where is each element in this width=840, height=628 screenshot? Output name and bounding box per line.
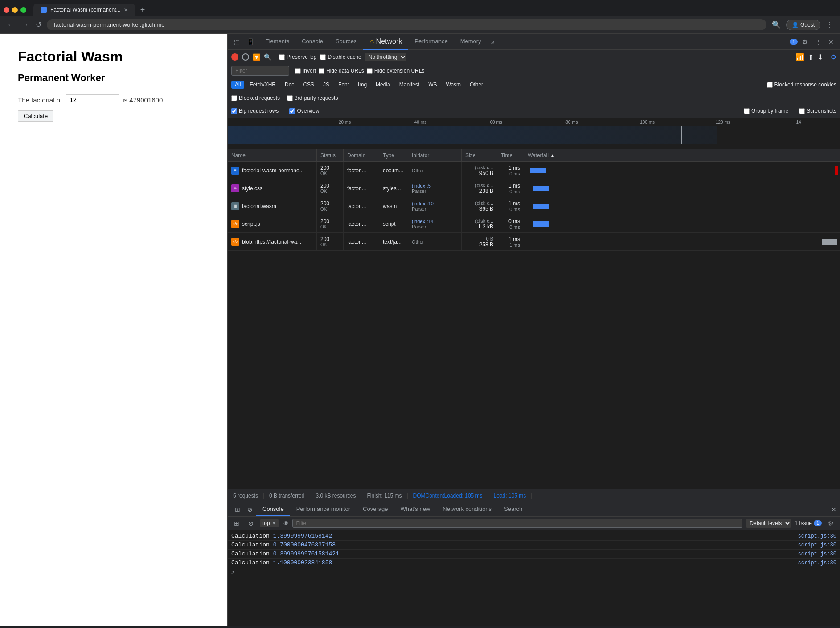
- hide-data-urls-checkbox[interactable]: [319, 68, 324, 74]
- type-filter-fetch[interactable]: Fetch/XHR: [246, 81, 279, 89]
- bottom-tab-whatsnew[interactable]: What's new: [394, 503, 436, 516]
- minimize-traffic-light[interactable]: [12, 7, 18, 13]
- clear-btn[interactable]: [242, 53, 249, 61]
- console-context-selector[interactable]: top ▼: [260, 519, 279, 527]
- devtools-more-btn[interactable]: ⋮: [812, 37, 824, 47]
- initiator-link-4[interactable]: (index):14: [412, 219, 434, 224]
- th-size[interactable]: Size: [462, 149, 497, 161]
- type-filter-font[interactable]: Font: [335, 81, 352, 89]
- big-rows-checkbox[interactable]: [231, 108, 237, 114]
- th-domain[interactable]: Domain: [344, 149, 379, 161]
- table-row[interactable]: ▦ factorial.wasm 200 OK factori... wasm …: [228, 197, 840, 215]
- table-row[interactable]: ✏ style.css 200 OK factori... styles... …: [228, 179, 840, 197]
- initiator-link-2[interactable]: (index):5: [412, 183, 431, 188]
- bottom-tab-coverage[interactable]: Coverage: [356, 503, 394, 516]
- blocked-requests-label[interactable]: Blocked requests: [231, 95, 280, 101]
- disable-cache-label[interactable]: Disable cache: [320, 54, 361, 60]
- bottom-tab-performance[interactable]: Performance monitor: [290, 503, 356, 516]
- big-rows-label[interactable]: Big request rows: [231, 108, 279, 114]
- group-by-frame-checkbox[interactable]: [744, 108, 750, 114]
- screenshots-checkbox[interactable]: [799, 108, 805, 114]
- blocked-requests-checkbox[interactable]: [231, 95, 237, 101]
- hide-ext-urls-checkbox[interactable]: [367, 68, 373, 74]
- search-icon-btn[interactable]: 🔍: [264, 53, 271, 61]
- console-link-2[interactable]: script.js:30: [798, 542, 836, 548]
- upload-icon[interactable]: ⬆: [808, 53, 814, 61]
- initiator-link-3[interactable]: (index):10: [412, 201, 434, 206]
- group-by-frame-label[interactable]: Group by frame: [744, 108, 788, 114]
- devtools-select-icon[interactable]: ⬚: [231, 37, 242, 47]
- type-filter-media[interactable]: Media: [372, 81, 394, 89]
- bottom-panel-icon[interactable]: ⊞: [231, 504, 244, 515]
- console-issues-btn[interactable]: 1 Issue 1: [795, 520, 822, 526]
- preserve-log-label[interactable]: Preserve log: [279, 54, 316, 60]
- th-time[interactable]: Time: [497, 149, 524, 161]
- blocked-cookies-label[interactable]: Blocked response cookies: [767, 82, 836, 88]
- network-table[interactable]: ≡ factorial-wasm-permane... 200 OK facto…: [228, 162, 840, 489]
- console-prompt[interactable]: >: [228, 567, 840, 578]
- wifi-icon[interactable]: 📶: [795, 53, 804, 61]
- bottom-tab-search[interactable]: Search: [498, 503, 529, 516]
- console-link-1[interactable]: script.js:30: [798, 533, 836, 539]
- hide-data-urls-label[interactable]: Hide data URLs: [319, 68, 364, 74]
- devtools-close-btn[interactable]: ✕: [826, 37, 836, 47]
- bottom-panel-clear[interactable]: ⊘: [244, 504, 256, 515]
- screenshots-label[interactable]: Screenshots: [799, 108, 836, 114]
- table-row[interactable]: </> script.js 200 OK factori... script (…: [228, 215, 840, 233]
- disable-cache-checkbox[interactable]: [320, 54, 326, 60]
- record-btn[interactable]: [231, 53, 238, 61]
- download-icon[interactable]: ⬇: [817, 53, 823, 61]
- th-type[interactable]: Type: [379, 149, 408, 161]
- tab-memory[interactable]: Memory: [454, 34, 488, 49]
- th-waterfall[interactable]: Waterfall ▲: [524, 149, 840, 161]
- overview-label[interactable]: Overview: [289, 108, 319, 114]
- th-status[interactable]: Status: [317, 149, 344, 161]
- network-settings-icon[interactable]: ⚙: [831, 53, 836, 61]
- type-filter-ws[interactable]: WS: [425, 81, 440, 89]
- more-btn[interactable]: ⋮: [824, 19, 835, 31]
- tab-network[interactable]: ⚠ Network: [363, 34, 409, 50]
- tab-elements[interactable]: Elements: [259, 34, 295, 49]
- bottom-tab-network-conditions[interactable]: Network conditions: [436, 503, 498, 516]
- third-party-label[interactable]: 3rd-party requests: [287, 95, 338, 101]
- type-filter-css[interactable]: CSS: [299, 81, 318, 89]
- address-bar[interactable]: factorial-wasm-permanent-worker.glitch.m…: [47, 19, 766, 30]
- invert-label[interactable]: Invert: [295, 68, 316, 74]
- maximize-traffic-light[interactable]: [20, 7, 26, 13]
- zoom-btn[interactable]: 🔍: [770, 19, 783, 31]
- invert-checkbox[interactable]: [295, 68, 301, 74]
- factorial-input[interactable]: [66, 94, 119, 105]
- reload-btn[interactable]: ↺: [34, 19, 43, 31]
- console-clear-icon[interactable]: ⊘: [246, 518, 256, 529]
- table-row[interactable]: </> blob:https://factorial-wa... 200 OK …: [228, 233, 840, 251]
- type-filter-doc[interactable]: Doc: [281, 81, 298, 89]
- console-link-4[interactable]: script.js:30: [798, 560, 836, 566]
- th-initiator[interactable]: Initiator: [408, 149, 462, 161]
- browser-tab[interactable]: Factorial Wasm (permanent... ×: [33, 4, 135, 16]
- hide-ext-urls-label[interactable]: Hide extension URLs: [367, 68, 425, 74]
- bottom-tab-console[interactable]: Console: [256, 503, 290, 516]
- devtools-settings-btn[interactable]: ⚙: [799, 37, 811, 47]
- type-filter-all[interactable]: All: [231, 81, 244, 89]
- blocked-cookies-checkbox[interactable]: [767, 82, 773, 88]
- console-link-3[interactable]: script.js:30: [798, 551, 836, 557]
- filter-input[interactable]: [231, 66, 289, 76]
- console-level-select[interactable]: Default levels: [746, 519, 791, 528]
- type-filter-manifest[interactable]: Manifest: [396, 81, 423, 89]
- table-row[interactable]: ≡ factorial-wasm-permane... 200 OK facto…: [228, 162, 840, 179]
- console-eye-icon[interactable]: 👁: [283, 520, 289, 527]
- console-filter-input[interactable]: [292, 519, 743, 528]
- console-sidebar-icon[interactable]: ⊞: [231, 518, 242, 529]
- tab-console[interactable]: Console: [295, 34, 329, 49]
- type-filter-js[interactable]: JS: [320, 81, 333, 89]
- third-party-checkbox[interactable]: [287, 95, 293, 101]
- calculate-btn[interactable]: Calculate: [18, 110, 53, 122]
- th-name[interactable]: Name: [228, 149, 317, 161]
- type-filter-wasm[interactable]: Wasm: [443, 81, 465, 89]
- tab-close-btn[interactable]: ×: [124, 6, 128, 13]
- new-tab-btn[interactable]: +: [137, 4, 149, 16]
- bottom-panel-close[interactable]: ✕: [831, 506, 836, 513]
- console-settings-icon[interactable]: ⚙: [825, 518, 836, 529]
- preserve-log-checkbox[interactable]: [279, 54, 285, 60]
- filter-icon-btn[interactable]: 🔽: [253, 53, 260, 61]
